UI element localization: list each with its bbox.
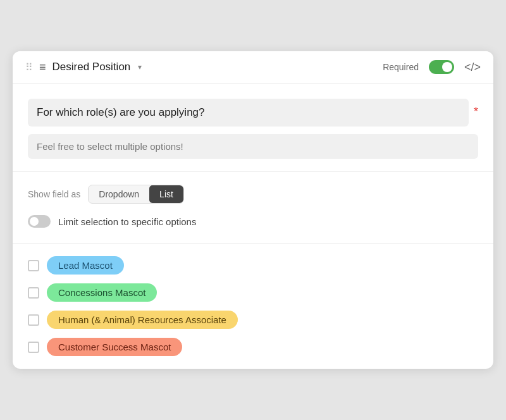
question-input[interactable] <box>28 99 469 127</box>
divider-1 <box>13 171 493 172</box>
option-tag-3[interactable]: Human (& Animal) Resources Associate <box>47 311 238 329</box>
show-field-label: Show field as <box>28 189 80 199</box>
limit-selection-row: Limit selection to specific options <box>28 215 478 228</box>
chevron-down-icon[interactable]: ▾ <box>138 63 142 71</box>
show-field-row: Show field as Dropdown List <box>28 185 478 204</box>
field-type-icon: ≡ <box>39 61 46 74</box>
limit-selection-toggle[interactable] <box>28 215 51 228</box>
code-embed-icon[interactable]: </> <box>464 61 481 74</box>
drag-handle-icon[interactable]: ⠿ <box>25 61 33 73</box>
card-body: * Show field as Dropdown List Limit sele… <box>13 83 493 369</box>
option-tag-2[interactable]: Concessions Mascot <box>47 283 157 302</box>
option-tag-1[interactable]: Lead Mascot <box>47 256 124 275</box>
required-label: Required <box>383 62 419 72</box>
small-slider <box>28 215 51 228</box>
limit-selection-label: Limit selection to specific options <box>58 216 196 227</box>
option-row: Human (& Animal) Resources Associate <box>28 311 478 329</box>
option-checkbox-1[interactable] <box>28 260 39 271</box>
options-list: Lead Mascot Concessions Mascot Human (& … <box>28 256 478 356</box>
required-toggle[interactable] <box>429 60 454 74</box>
list-btn[interactable]: List <box>149 185 183 203</box>
display-toggle-group: Dropdown List <box>88 185 184 204</box>
toggle-slider <box>429 60 454 74</box>
question-row: * <box>28 99 478 127</box>
divider-2 <box>13 243 493 244</box>
option-row: Customer Success Mascot <box>28 338 478 356</box>
field-editor-card: ⠿ ≡ Desired Position ▾ Required </> * Sh… <box>13 51 493 369</box>
option-row: Concessions Mascot <box>28 283 478 302</box>
header-right: Required </> <box>383 60 481 74</box>
header-left: ⠿ ≡ Desired Position ▾ <box>25 61 142 74</box>
dropdown-btn[interactable]: Dropdown <box>89 185 149 203</box>
field-title: Desired Position <box>52 61 131 73</box>
option-row: Lead Mascot <box>28 256 478 275</box>
option-tag-4[interactable]: Customer Success Mascot <box>47 338 182 356</box>
card-header: ⠿ ≡ Desired Position ▾ Required </> <box>13 51 493 83</box>
option-checkbox-2[interactable] <box>28 287 39 299</box>
description-input[interactable] <box>28 134 478 159</box>
required-star: * <box>474 105 478 118</box>
option-checkbox-4[interactable] <box>28 342 39 353</box>
option-checkbox-3[interactable] <box>28 314 39 326</box>
